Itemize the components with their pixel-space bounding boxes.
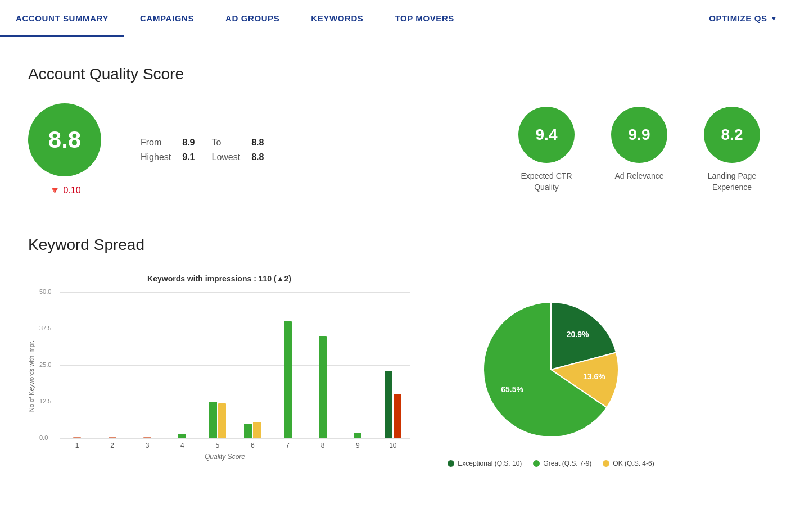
x-label-5: 5 — [200, 442, 235, 449]
bar-col-qs-7 — [270, 292, 305, 438]
keyword-spread-title: Keyword Spread — [28, 236, 763, 254]
score-change: 🔻 0.10 — [48, 184, 80, 197]
nav-item-top-movers[interactable]: TOP MOVERS — [379, 0, 469, 37]
pie-label-great: 65.5% — [501, 385, 523, 394]
pie-label-ok: 13.6% — [583, 372, 605, 381]
landing-page-label: Landing Page Experience — [701, 171, 763, 193]
nav-optimize-qs[interactable]: OPTIMIZE QS ▼ — [695, 0, 791, 37]
expected-ctr-circle: 9.4 — [518, 107, 575, 163]
metric-ad-relevance: 9.9 Ad Relevance — [611, 107, 667, 182]
legend-great: Great (Q.S. 7-9) — [533, 460, 591, 467]
metric-circles: 9.4 Expected CTR Quality 9.9 Ad Relevanc… — [516, 107, 763, 193]
x-label-6: 6 — [235, 442, 270, 449]
bar-chart-container: Keywords with impressions : 110 (▲2) No … — [28, 274, 410, 461]
quality-score-title: Account Quality Score — [28, 65, 763, 83]
pie-legend: Exceptional (Q.S. 10) Great (Q.S. 7-9) O… — [448, 460, 654, 467]
legend-dot-ok — [603, 460, 609, 467]
nav-item-account-summary[interactable]: ACCOUNT SUMMARY — [0, 0, 124, 37]
bar-col-qs-8 — [305, 292, 340, 438]
legend-dot-great — [533, 460, 540, 467]
bar-chart-wrap: No of Keywords with impr. 50.037.525.012… — [28, 292, 410, 461]
metric-expected-ctr: 9.4 Expected CTR Quality — [516, 107, 577, 193]
pie-label-exceptional: 20.9% — [567, 330, 589, 339]
nav-item-keywords[interactable]: KEYWORDS — [295, 0, 379, 37]
bar-col-qs-6 — [235, 292, 270, 438]
down-arrow-icon: 🔻 — [48, 184, 61, 197]
x-label-3: 3 — [130, 442, 165, 449]
x-label-10: 10 — [376, 442, 410, 449]
main-content: Account Quality Score 8.8 🔻 0.10 From 8.… — [0, 37, 791, 490]
x-label-9: 9 — [340, 442, 375, 449]
chart-title: Keywords with impressions : 110 (▲2) — [28, 274, 410, 283]
bar-col-qs-3 — [130, 292, 165, 438]
keyword-spread-row: Keywords with impressions : 110 (▲2) No … — [28, 274, 763, 467]
main-score-block: 8.8 🔻 0.10 — [28, 103, 101, 197]
main-score-circle: 8.8 — [28, 103, 101, 176]
x-label-2: 2 — [94, 442, 129, 449]
legend-dot-exceptional — [448, 460, 454, 467]
keyword-spread-section: Keyword Spread Keywords with impressions… — [28, 236, 763, 467]
ad-relevance-circle: 9.9 — [611, 107, 667, 163]
main-nav: ACCOUNT SUMMARY CAMPAIGNS AD GROUPS KEYW… — [0, 0, 791, 37]
x-label-7: 7 — [270, 442, 305, 449]
legend-exceptional: Exceptional (Q.S. 10) — [448, 460, 522, 467]
x-axis-title: Quality Score — [39, 453, 410, 461]
nav-item-ad-groups[interactable]: AD GROUPS — [210, 0, 295, 37]
expected-ctr-label: Expected CTR Quality — [516, 171, 577, 193]
bar-col-qs-9 — [340, 292, 375, 438]
bar-chart-area: 50.037.525.012.50.012345678910 — [39, 292, 410, 449]
bar-chart-inner: 50.037.525.012.50.012345678910 Quality S… — [39, 292, 410, 461]
bar-col-qs-5 — [200, 292, 235, 438]
bar-col-qs-2 — [94, 292, 129, 438]
score-stats: From 8.9 To 8.8 Highest 9.1 Lowest 8.8 — [135, 135, 269, 165]
ad-relevance-label: Ad Relevance — [614, 171, 663, 182]
nav-item-campaigns[interactable]: CAMPAIGNS — [124, 0, 210, 37]
x-label-4: 4 — [165, 442, 200, 449]
quality-score-row: 8.8 🔻 0.10 From 8.9 To 8.8 Highest 9.1 L… — [28, 103, 763, 197]
chevron-down-icon: ▼ — [771, 15, 778, 22]
x-label-1: 1 — [60, 442, 94, 449]
legend-ok: OK (Q.S. 4-6) — [603, 460, 654, 467]
bar-col-qs-4 — [165, 292, 200, 438]
y-axis-label: No of Keywords with impr. — [28, 340, 35, 412]
bar-col-qs-10 — [376, 292, 410, 438]
pie-chart-svg: 20.9%13.6%65.5% — [472, 291, 630, 448]
metric-landing-page: 8.2 Landing Page Experience — [701, 107, 763, 193]
bar-col-qs-1 — [60, 292, 94, 438]
pie-chart-container: 20.9%13.6%65.5% Exceptional (Q.S. 10) Gr… — [444, 274, 658, 467]
landing-page-circle: 8.2 — [704, 107, 760, 163]
x-label-8: 8 — [305, 442, 340, 449]
